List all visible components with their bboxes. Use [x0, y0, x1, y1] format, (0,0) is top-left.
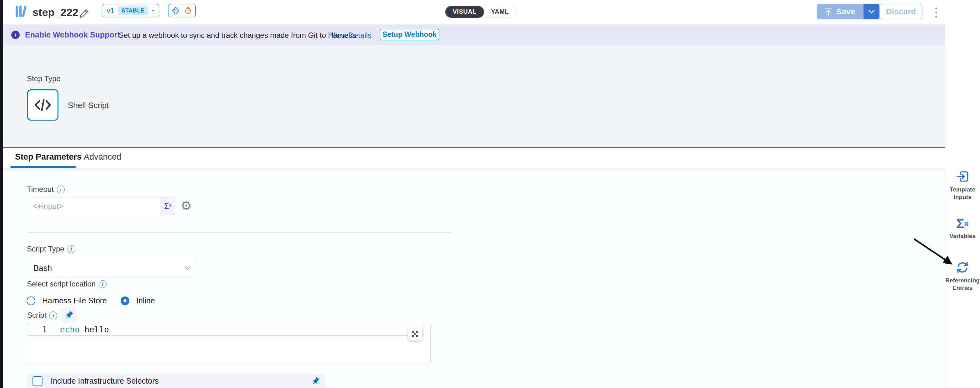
script-editor[interactable]: 1 echo hello	[27, 323, 431, 365]
script-type-label: Script Type i	[27, 245, 75, 253]
timeout-label: Timeout i	[27, 185, 65, 194]
expression-button[interactable]: Σx	[161, 197, 175, 215]
more-options-button[interactable]	[933, 6, 939, 19]
script-location-options: Harness File Store Inline	[27, 296, 155, 305]
toggle-visual[interactable]: VISUAL	[445, 6, 484, 18]
active-tab-underline	[10, 166, 76, 168]
tab-step-parameters[interactable]: Step Parameters	[15, 152, 81, 162]
cache-timer-icon	[184, 6, 192, 15]
script-type-select[interactable]: Bash	[27, 259, 197, 277]
script-info-icon[interactable]: i	[49, 312, 57, 319]
radio-label[interactable]: Harness File Store	[42, 296, 107, 305]
chevron-down-icon	[185, 266, 191, 270]
timeout-input[interactable]: <+input>	[27, 197, 161, 215]
radio-inline[interactable]	[121, 296, 129, 305]
save-split-button: Save	[817, 4, 880, 19]
timeout-info-icon[interactable]: i	[57, 186, 65, 193]
toggle-yaml[interactable]: YAML	[484, 6, 516, 17]
timeout-field: <+input> Σx	[27, 197, 175, 215]
expand-icon	[411, 330, 419, 338]
sidebar-item-template-inputs[interactable]: Template Inputs	[945, 170, 980, 201]
save-button[interactable]: Save	[817, 4, 863, 19]
left-edge-strip	[0, 0, 3, 388]
upload-icon	[824, 7, 832, 16]
script-pin-button[interactable]	[61, 307, 77, 323]
step-type-label: Step Type	[27, 74, 60, 83]
info-icon: i	[11, 30, 20, 39]
template-inputs-icon	[956, 170, 969, 183]
version-selector[interactable]: v1 STABLE	[102, 4, 159, 17]
editor-current-line: 1 echo hello	[27, 324, 423, 335]
chevron-down-icon	[869, 10, 875, 14]
variables-icon: Σx	[956, 217, 969, 231]
form-divider	[27, 232, 451, 233]
script-type-info-icon[interactable]: i	[67, 245, 75, 253]
script-location-label: Select script location i	[27, 280, 107, 288]
code-icon	[34, 98, 51, 112]
radio-harness-file-store[interactable]	[27, 296, 35, 305]
pin-icon	[62, 308, 76, 322]
include-infra-label[interactable]: Include Infrastructure Selectors	[51, 377, 311, 385]
discard-button[interactable]: Discard	[880, 4, 923, 19]
edit-title-button[interactable]	[79, 8, 90, 19]
tab-bar	[3, 148, 945, 169]
tab-advanced[interactable]: Advanced	[84, 152, 121, 162]
annotation-arrow	[900, 231, 963, 272]
script-location-info-icon[interactable]: i	[99, 280, 107, 288]
include-infra-checkbox[interactable]	[32, 376, 43, 386]
pin-icon[interactable]	[309, 375, 321, 387]
save-options-button[interactable]	[863, 4, 880, 19]
script-label: Script i	[27, 311, 57, 320]
template-studio-page: step_222 v1 STABLE VISUAL YAML	[0, 0, 980, 388]
step-type-value: Shell Script	[68, 100, 109, 110]
page-title: step_222	[32, 6, 78, 18]
line-number: 1	[27, 325, 47, 334]
banner-title: Enable Webhook Support	[25, 30, 120, 39]
visual-yaml-toggle: VISUAL YAML	[445, 6, 517, 17]
radio-label[interactable]: Inline	[136, 296, 155, 305]
script-type-value: Bash	[33, 263, 52, 273]
git-cache-chip[interactable]	[168, 4, 196, 17]
step-type-section	[3, 45, 945, 147]
editor-scrollbar[interactable]	[424, 324, 425, 364]
view-details-link[interactable]: View Details	[330, 31, 372, 40]
step-type-card	[27, 89, 59, 121]
sigma-icon: Σ	[164, 202, 169, 211]
git-sync-icon	[172, 6, 180, 15]
banner-description: Set up a webhook to sync and track chang…	[119, 31, 356, 40]
chevron-down-icon	[151, 9, 154, 13]
gear-icon[interactable]: ⚙	[181, 199, 192, 212]
version-label: v1	[107, 6, 115, 15]
version-status-badge: STABLE	[118, 6, 148, 15]
tab-bar-shadow	[3, 168, 945, 172]
include-infra-row: Include Infrastructure Selectors	[27, 374, 326, 388]
editor-expand-button[interactable]	[408, 328, 422, 340]
code-line: echo hello	[60, 325, 109, 334]
setup-webhook-button[interactable]: Setup Webhook	[380, 29, 439, 40]
harness-logo	[15, 5, 29, 20]
